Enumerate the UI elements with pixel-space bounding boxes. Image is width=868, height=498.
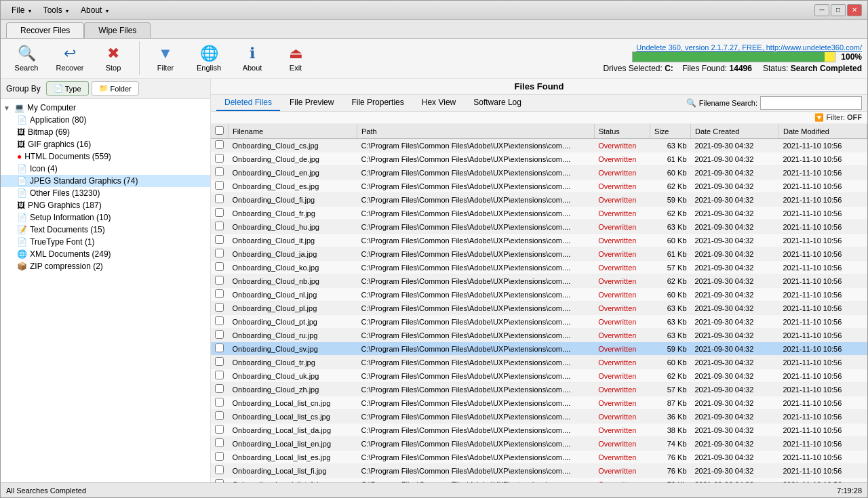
header-filename[interactable]: Filename <box>229 124 357 139</box>
row-checkbox[interactable] <box>215 371 224 379</box>
row-checkbox-cell <box>211 166 229 180</box>
sidebar-item-truetype[interactable]: 📄 TrueType Font (1) <box>1 236 210 248</box>
row-checkbox[interactable] <box>215 154 224 163</box>
filter-button-bar[interactable]: 🔽 Filter: OFF <box>814 113 862 122</box>
about-menu[interactable]: About ▾ <box>75 4 114 16</box>
close-button[interactable]: ✕ <box>847 4 862 16</box>
cell-status: Overwritten <box>594 396 650 410</box>
row-checkbox-cell <box>211 423 229 437</box>
file-menu[interactable]: File ▾ <box>6 4 37 16</box>
sidebar-item-icon[interactable]: 📄 Icon (4) <box>1 163 210 175</box>
minimize-button[interactable]: ─ <box>814 4 829 16</box>
cell-size: 36 Kb <box>650 410 691 423</box>
filter-button[interactable]: ▼ Filter <box>145 41 186 75</box>
type-group-button[interactable]: 📄 Type <box>46 81 89 96</box>
sidebar-item-bitmap[interactable]: 🖼 Bitmap (69) <box>1 126 210 138</box>
exit-button[interactable]: ⏏ Exit <box>275 41 316 75</box>
table-row: Onboarding_Cloud_ru.jpg C:\Program Files… <box>211 329 867 342</box>
cell-status: Overwritten <box>594 139 650 152</box>
cell-filename: Onboarding_Cloud_cs.jpg <box>229 139 357 152</box>
cell-status: Overwritten <box>594 234 650 247</box>
row-checkbox[interactable] <box>215 316 224 325</box>
row-checkbox[interactable] <box>215 181 224 190</box>
table-row: Onboarding_Local_list_cn.jpg C:\Program … <box>211 396 867 410</box>
cell-filename: Onboarding_Cloud_fr.jpg <box>229 207 357 220</box>
app-link[interactable]: Undelete 360, version 2.1.7.27, FREE, ht… <box>636 43 862 51</box>
language-button[interactable]: 🌐 English <box>189 41 229 75</box>
row-checkbox[interactable] <box>215 357 224 366</box>
row-checkbox[interactable] <box>215 465 224 474</box>
cell-date-modified: 2021-11-10 10:56 <box>779 437 867 451</box>
row-checkbox[interactable] <box>215 344 224 352</box>
sidebar-item-xml[interactable]: 🌐 XML Documents (249) <box>1 248 210 260</box>
row-checkbox[interactable] <box>215 452 224 461</box>
row-checkbox[interactable] <box>215 262 224 271</box>
row-checkbox[interactable] <box>215 276 224 285</box>
row-checkbox[interactable] <box>215 398 224 407</box>
select-all-checkbox[interactable] <box>215 126 224 135</box>
tab-software-log[interactable]: Software Log <box>465 95 530 111</box>
cell-path: C:\Program Files\Common Files\Adobe\UXP\… <box>357 437 594 451</box>
row-checkbox[interactable] <box>215 194 224 203</box>
about-button[interactable]: ℹ About <box>232 41 273 75</box>
sidebar-item-jpeg[interactable]: 📄 JPEG Standard Graphics (74) <box>1 175 210 187</box>
row-checkbox[interactable] <box>215 425 224 434</box>
maximize-button[interactable]: □ <box>831 4 846 16</box>
row-checkbox[interactable] <box>215 140 224 149</box>
cell-filename: Onboarding_Local_list_cs.jpg <box>229 410 357 423</box>
row-checkbox[interactable] <box>215 208 224 217</box>
search-button[interactable]: 🔍 Search <box>6 41 47 75</box>
tab-wipe-files[interactable]: Wipe Files <box>84 22 151 38</box>
sidebar-item-setup[interactable]: 📄 Setup Information (10) <box>1 211 210 224</box>
cell-filename: Onboarding_Cloud_pl.jpg <box>229 302 357 315</box>
header-date-created[interactable]: Date Created <box>691 124 779 139</box>
sidebar-item-html[interactable]: ● HTML Documents (559) <box>1 150 210 163</box>
cell-status: Overwritten <box>594 410 650 423</box>
folder-group-button[interactable]: 📁 Folder <box>92 81 139 96</box>
row-checkbox[interactable] <box>215 235 224 244</box>
cell-filename: Onboarding_Cloud_pt.jpg <box>229 315 357 329</box>
tab-file-preview[interactable]: File Preview <box>281 95 342 111</box>
filename-search-input[interactable] <box>760 96 862 110</box>
cell-filename: Onboarding_Local_list_es.jpg <box>229 451 357 464</box>
header-size[interactable]: Size <box>650 124 691 139</box>
row-checkbox[interactable] <box>215 249 224 257</box>
sidebar-item-text[interactable]: 📝 Text Documents (15) <box>1 224 210 236</box>
cell-status: Overwritten <box>594 288 650 302</box>
tab-hex-view[interactable]: Hex View <box>414 95 464 111</box>
cell-filename: Onboarding_Cloud_it.jpg <box>229 234 357 247</box>
row-checkbox[interactable] <box>215 384 224 393</box>
table-row: Onboarding_Cloud_de.jpg C:\Program Files… <box>211 152 867 166</box>
row-checkbox[interactable] <box>215 411 224 420</box>
row-checkbox[interactable] <box>215 438 224 447</box>
row-checkbox[interactable] <box>215 303 224 312</box>
cell-status: Overwritten <box>594 437 650 451</box>
status-message: All Searches Completed <box>6 486 86 495</box>
cell-date-modified: 2021-11-10 10:56 <box>779 274 867 288</box>
cell-status: Overwritten <box>594 152 650 166</box>
sidebar-item-other[interactable]: 📄 Other Files (13230) <box>1 187 210 199</box>
row-checkbox[interactable] <box>215 222 224 230</box>
tools-menu[interactable]: Tools ▾ <box>38 4 74 16</box>
tab-recover-files[interactable]: Recover Files <box>6 22 84 38</box>
header-checkbox[interactable] <box>211 124 229 139</box>
header-status[interactable]: Status <box>594 124 650 139</box>
sidebar-item-gif[interactable]: 🖼 GIF graphics (16) <box>1 138 210 150</box>
sidebar-item-application[interactable]: 📄 Application (80) <box>1 114 210 126</box>
toolbar-right: Undelete 360, version 2.1.7.27, FREE, ht… <box>603 43 862 73</box>
sidebar-item-png[interactable]: 🖼 PNG Graphics (187) <box>1 199 210 211</box>
header-path[interactable]: Path <box>357 124 594 139</box>
header-date-modified[interactable]: Date Modified <box>779 124 867 139</box>
cell-size: 57 Kb <box>650 383 691 396</box>
cell-date-created: 2021-09-30 04:32 <box>691 302 779 315</box>
row-checkbox[interactable] <box>215 167 224 176</box>
stop-button[interactable]: ✖ Stop <box>93 41 134 75</box>
sidebar-tree: ▼ 💻 My Computer 📄 Application (80) 🖼 Bit… <box>1 99 210 482</box>
tab-file-properties[interactable]: File Properties <box>343 95 412 111</box>
row-checkbox[interactable] <box>215 330 224 339</box>
tab-deleted-files[interactable]: Deleted Files <box>216 95 280 111</box>
recover-button[interactable]: ↩ Recover <box>50 41 90 75</box>
sidebar-item-zip[interactable]: 📦 ZIP compression (2) <box>1 260 210 272</box>
sidebar-item-my-computer[interactable]: ▼ 💻 My Computer <box>1 102 210 114</box>
row-checkbox[interactable] <box>215 289 224 298</box>
